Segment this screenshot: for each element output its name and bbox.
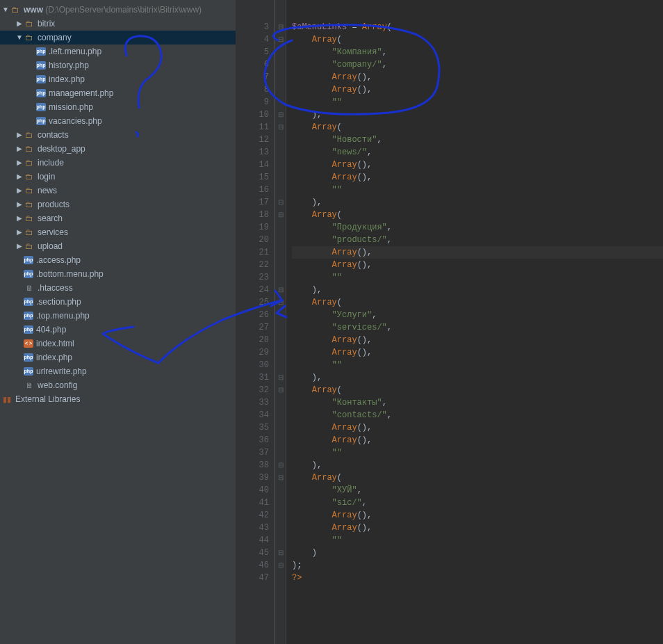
tree-item[interactable]: php.access.php [0, 253, 236, 267]
line-number[interactable]: 21 [236, 246, 275, 259]
arrow-right-icon[interactable]: ▶ [15, 128, 24, 142]
code-line[interactable]: "products/", [292, 234, 663, 246]
fold-column[interactable]: ⊟⊟⊟⊟⊟⊟⊟⊟⊟⊟⊟⊟⊟⊟ [275, 0, 286, 644]
tree-item[interactable]: phpvacancies.php [0, 114, 236, 128]
code-line[interactable]: "" [292, 96, 663, 108]
tree-item[interactable]: php.bottom.menu.php [0, 267, 236, 281]
code-line[interactable]: Array(), [292, 71, 663, 83]
code-line[interactable]: ), [292, 459, 663, 472]
line-number[interactable]: 35 [236, 421, 275, 434]
code-line[interactable]: "Контакты", [292, 396, 663, 409]
line-number[interactable]: 23 [236, 271, 275, 284]
tree-item[interactable]: phpindex.php [0, 351, 236, 364]
tree-item[interactable]: ▶🗀login [0, 170, 236, 184]
line-number[interactable]: 44 [236, 534, 275, 547]
fold-toggle-icon[interactable]: ⊟ [275, 371, 286, 384]
arrow-right-icon[interactable]: ▶ [15, 184, 24, 198]
arrow-down-icon[interactable]: ▼ [15, 31, 24, 45]
code-line[interactable]: Array(), [292, 83, 663, 96]
line-number[interactable]: 29 [236, 346, 275, 359]
arrow-right-icon[interactable]: ▶ [15, 198, 24, 211]
code-line[interactable]: ); [292, 559, 663, 572]
tree-item[interactable]: ▶🗀search [0, 211, 236, 225]
line-number[interactable]: 5 [236, 46, 275, 58]
line-number[interactable]: 25 [236, 296, 275, 309]
line-number[interactable]: 42 [236, 509, 275, 522]
code-line[interactable]: Array(), [292, 434, 663, 446]
tree-item[interactable]: ▶🗀news [0, 184, 236, 198]
external-libraries[interactable]: ▮▮ External Libraries [0, 392, 236, 406]
arrow-right-icon[interactable]: ▶ [15, 142, 24, 156]
code-line[interactable]: "" [292, 184, 663, 196]
line-number[interactable]: 31 [236, 371, 275, 384]
line-number[interactable]: 32 [236, 384, 275, 396]
line-number[interactable]: 16 [236, 184, 275, 196]
tree-item[interactable]: ▶🗀include [0, 156, 236, 170]
code-line[interactable]: "Продукция", [292, 221, 663, 234]
line-number[interactable]: 7 [236, 71, 275, 83]
line-number[interactable]: 6 [236, 58, 275, 71]
fold-toggle-icon[interactable]: ⊟ [275, 21, 286, 33]
tree-item[interactable]: phphistory.php [0, 58, 236, 72]
line-number[interactable]: 41 [236, 497, 275, 509]
code-line[interactable]: "ХУЙ", [292, 484, 663, 497]
tree-item[interactable]: 🗎web.config [0, 378, 236, 392]
line-number[interactable]: 22 [236, 259, 275, 271]
line-number[interactable]: 10 [236, 108, 275, 121]
code-line[interactable]: "sic/", [292, 497, 663, 509]
fold-toggle-icon[interactable]: ⊟ [275, 472, 286, 484]
line-number[interactable]: 27 [236, 321, 275, 334]
arrow-right-icon[interactable]: ▶ [15, 239, 24, 253]
tree-item[interactable]: phpurlrewrite.php [0, 364, 236, 378]
arrow-right-icon[interactable]: ▶ [15, 170, 24, 184]
tree-item[interactable]: ▶🗀contacts [0, 128, 236, 142]
line-number[interactable]: 45 [236, 547, 275, 559]
fold-toggle-icon[interactable]: ⊟ [275, 384, 286, 396]
line-number[interactable]: 36 [236, 434, 275, 446]
code-line[interactable]: Array(), [292, 259, 663, 271]
code-line[interactable]: Array( [292, 384, 663, 396]
code-line[interactable]: Array( [292, 209, 663, 221]
line-number[interactable]: 11 [236, 121, 275, 134]
code-line[interactable]: Array( [292, 472, 663, 484]
code-line[interactable]: "contacts/", [292, 409, 663, 421]
line-number[interactable]: 19 [236, 221, 275, 234]
code-line[interactable]: ), [292, 371, 663, 384]
tree-item[interactable]: < >index.html [0, 337, 236, 351]
code-area[interactable]: $aMenuLinks = Array( Array( "Компания", … [286, 0, 663, 644]
tree-item[interactable]: ▶🗀upload [0, 239, 236, 253]
project-tree[interactable]: ▼ 🗀 www (D:\OpenServer\domains\bitrix\Bi… [0, 0, 236, 644]
line-gutter[interactable]: 3456789101112131415161718192021222324252… [236, 0, 275, 644]
code-line[interactable]: "news/", [292, 146, 663, 159]
line-number[interactable]: 24 [236, 284, 275, 296]
tree-item[interactable]: php.section.php [0, 295, 236, 309]
fold-toggle-icon[interactable]: ⊟ [275, 559, 286, 572]
fold-toggle-icon[interactable]: ⊟ [275, 108, 286, 121]
code-line[interactable]: "" [292, 271, 663, 284]
line-number[interactable]: 13 [236, 146, 275, 159]
tree-item[interactable]: php404.php [0, 323, 236, 337]
tree-item[interactable]: phpmanagement.php [0, 86, 236, 100]
line-number[interactable]: 30 [236, 359, 275, 371]
code-line[interactable]: "" [292, 446, 663, 459]
line-number[interactable]: 18 [236, 209, 275, 221]
tree-item[interactable]: ▼🗀company [0, 31, 236, 45]
line-number[interactable]: 12 [236, 134, 275, 146]
project-root[interactable]: ▼ 🗀 www (D:\OpenServer\domains\bitrix\Bi… [0, 3, 236, 17]
code-line[interactable]: "services/", [292, 321, 663, 334]
code-line[interactable]: Array(), [292, 522, 663, 534]
code-line[interactable]: Array(), [292, 334, 663, 346]
arrow-right-icon[interactable]: ▶ [15, 211, 24, 225]
code-line[interactable]: Array(), [292, 421, 663, 434]
line-number[interactable]: 4 [236, 33, 275, 46]
code-line[interactable]: ), [292, 196, 663, 209]
line-number[interactable]: 34 [236, 409, 275, 421]
tree-item[interactable]: ▶🗀desktop_app [0, 142, 236, 156]
line-number[interactable]: 20 [236, 234, 275, 246]
line-number[interactable]: 47 [236, 572, 275, 584]
code-editor[interactable]: 3456789101112131415161718192021222324252… [236, 0, 663, 644]
line-number[interactable]: 46 [236, 559, 275, 572]
line-number[interactable]: 15 [236, 171, 275, 184]
line-number[interactable]: 28 [236, 334, 275, 346]
fold-toggle-icon[interactable]: ⊟ [275, 196, 286, 209]
